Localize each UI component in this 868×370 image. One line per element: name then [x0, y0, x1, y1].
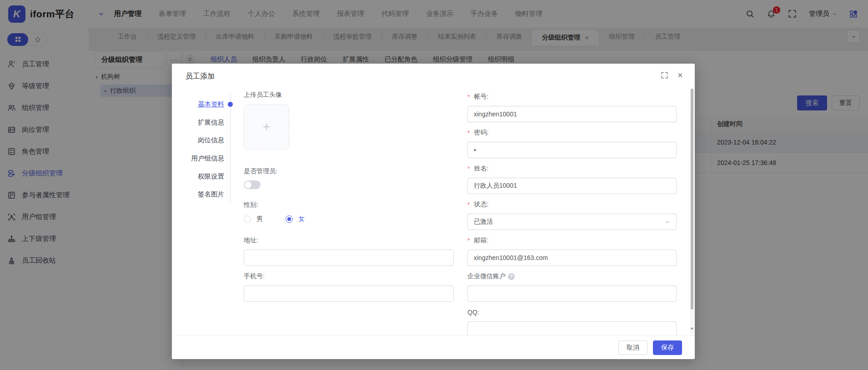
- address-label: 地址:: [244, 236, 454, 245]
- modal-close-icon[interactable]: ✕: [677, 72, 683, 79]
- modal-fullscreen-icon[interactable]: [661, 72, 668, 79]
- avatar-upload-box[interactable]: +: [244, 105, 289, 150]
- field-name: 姓名:: [467, 165, 677, 194]
- anchor-user-group-info[interactable]: 用户组信息: [172, 150, 224, 168]
- anchor-rail: [230, 94, 231, 202]
- gender-option-female[interactable]: 女: [298, 215, 305, 223]
- anchor-permission-settings[interactable]: 权限设置: [172, 167, 224, 185]
- account-input[interactable]: [467, 106, 677, 122]
- modal-title: 员工添加: [186, 72, 215, 81]
- mobile-input[interactable]: [244, 285, 454, 302]
- account-label: 帐号:: [467, 93, 677, 101]
- email-input[interactable]: [467, 250, 677, 266]
- field-address: 地址:: [244, 236, 454, 266]
- field-email: 邮箱:: [467, 236, 677, 266]
- save-button[interactable]: 保存: [653, 340, 682, 355]
- gender-label: 性别:: [244, 201, 454, 209]
- is-admin-toggle[interactable]: [244, 180, 261, 189]
- field-password: 密码:: [467, 129, 677, 158]
- name-label: 姓名:: [467, 165, 677, 173]
- name-input[interactable]: [467, 178, 677, 194]
- scrollbar-thumb[interactable]: [691, 89, 693, 310]
- chevron-down-icon: [665, 219, 670, 225]
- mobile-label: 手机号:: [244, 272, 454, 280]
- anchor-basic-info[interactable]: 基本资料: [172, 95, 224, 114]
- modal-footer: 取消 保存: [172, 335, 695, 359]
- qq-label: QQ:: [467, 308, 677, 316]
- anchor-active-dot: [228, 102, 233, 107]
- modal-anchor-nav: 基本资料 扩展信息 岗位信息 用户组信息 权限设置 签名图片: [172, 95, 224, 204]
- field-status: 状态: 已激活: [467, 200, 677, 230]
- field-mobile: 手机号:: [244, 272, 454, 302]
- field-avatar: 上传员工头像 +: [244, 91, 454, 150]
- status-select[interactable]: 已激活: [467, 214, 677, 230]
- gender-radio-female[interactable]: [286, 215, 293, 223]
- avatar-label: 上传员工头像: [244, 91, 454, 99]
- is-admin-label: 是否管理员:: [244, 167, 454, 175]
- password-input[interactable]: [467, 142, 677, 158]
- cancel-button[interactable]: 取消: [618, 340, 647, 355]
- wechat-label-text: 企业微信账户: [467, 272, 506, 280]
- anchor-post-info[interactable]: 岗位信息: [172, 131, 224, 150]
- field-gender: 性别: 男 女: [244, 201, 454, 223]
- gender-radio-male[interactable]: [244, 215, 251, 223]
- field-is-admin: 是否管理员:: [244, 167, 454, 189]
- form-column-left: 上传员工头像 + 是否管理员: 性别: 男 女 地址: [244, 89, 454, 335]
- status-label: 状态:: [467, 200, 677, 209]
- toggle-knob: [245, 181, 251, 188]
- password-label: 密码:: [467, 129, 677, 137]
- modal-scrollbar[interactable]: [690, 89, 694, 335]
- address-input[interactable]: [244, 250, 454, 266]
- form-column-right: 帐号: 密码: 姓名: 状态: 已激活 邮箱: [467, 89, 677, 335]
- scrollbar-down-arrow[interactable]: [691, 328, 693, 330]
- help-icon[interactable]: ?: [508, 273, 515, 280]
- anchor-extended-info[interactable]: 扩展信息: [172, 114, 224, 132]
- employee-add-modal: 员工添加 ✕ 基本资料 扩展信息 岗位信息 用户组信息 权限设置 签名图片 上传…: [172, 64, 695, 359]
- field-wechat: 企业微信账户 ?: [467, 272, 677, 302]
- wechat-input[interactable]: [467, 285, 677, 302]
- gender-option-male[interactable]: 男: [256, 215, 263, 223]
- status-value: 已激活: [474, 218, 493, 226]
- modal-header-actions: ✕: [661, 72, 683, 79]
- gender-radio-group: 男 女: [244, 215, 454, 223]
- field-qq: QQ:: [467, 308, 677, 335]
- email-label: 邮箱:: [467, 236, 677, 245]
- plus-icon: +: [263, 120, 270, 134]
- anchor-signature-image[interactable]: 签名图片: [172, 185, 224, 204]
- wechat-label: 企业微信账户 ?: [467, 272, 677, 280]
- field-account: 帐号:: [467, 93, 677, 122]
- qq-input[interactable]: [467, 321, 677, 335]
- modal-body: 基本资料 扩展信息 岗位信息 用户组信息 权限设置 签名图片 上传员工头像 + …: [172, 89, 695, 335]
